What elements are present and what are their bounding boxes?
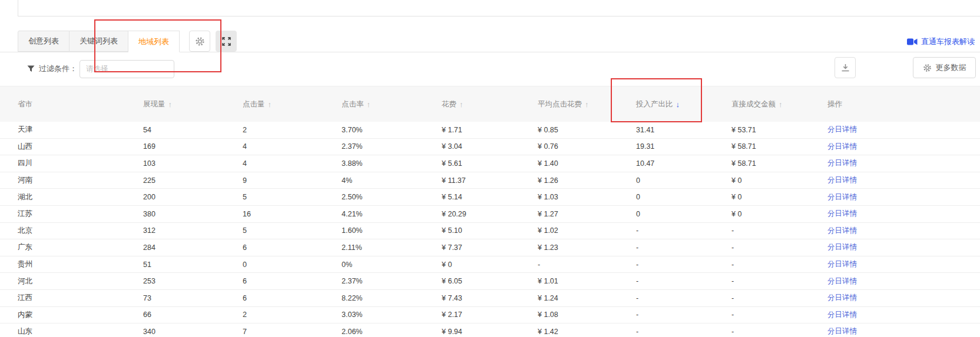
cell-action: 分日详情	[827, 273, 980, 289]
sort-up-icon: ↑	[268, 100, 272, 109]
col-header-ctr[interactable]: 点击率↑	[342, 86, 442, 122]
cell-cost: ¥ 0	[442, 256, 538, 273]
col-header-roi[interactable]: 投入产出比↓	[636, 86, 731, 122]
daily-detail-link[interactable]: 分日详情	[827, 276, 857, 286]
cell-impressions: 284	[143, 239, 243, 256]
table-row: 河南22594%¥ 11.37¥ 1.260¥ 0分日详情	[0, 172, 980, 189]
report-guide-link[interactable]: 直通车报表解读	[907, 36, 975, 47]
daily-detail-link[interactable]: 分日详情	[827, 293, 857, 303]
daily-detail-link[interactable]: 分日详情	[827, 259, 857, 269]
cell-avg_cost: ¥ 0.85	[538, 122, 636, 138]
cell-avg_cost: ¥ 0.76	[538, 139, 636, 155]
filter-select-input[interactable]	[80, 60, 174, 78]
cell-province: 四川	[18, 155, 143, 172]
download-button[interactable]	[835, 57, 856, 78]
cell-direct_amount: ¥ 53.71	[731, 122, 827, 138]
cell-avg_cost: ¥ 1.42	[538, 323, 636, 337]
daily-detail-link[interactable]: 分日详情	[827, 175, 857, 185]
cell-cost: ¥ 2.17	[442, 307, 538, 323]
cell-cost: ¥ 20.29	[442, 206, 538, 222]
cell-roi: -	[636, 323, 731, 337]
cell-direct_amount: -	[731, 239, 827, 256]
cell-impressions: 200	[143, 189, 243, 205]
col-header-clicks[interactable]: 点击量↑	[243, 86, 342, 122]
gear-icon	[923, 64, 932, 72]
video-camera-icon	[907, 38, 918, 45]
tab-item[interactable]: 创意列表	[18, 31, 69, 52]
cell-avg_cost: ¥ 1.23	[538, 239, 636, 256]
col-header-action: 操作	[827, 86, 980, 122]
daily-detail-link[interactable]: 分日详情	[827, 242, 857, 252]
cell-action: 分日详情	[827, 256, 980, 273]
tab-item[interactable]: 关键词列表	[69, 31, 128, 52]
cell-direct_amount: -	[731, 273, 827, 289]
cell-cost: ¥ 3.04	[442, 139, 538, 155]
daily-detail-link[interactable]: 分日详情	[827, 142, 857, 152]
daily-detail-link[interactable]: 分日详情	[827, 226, 857, 236]
cell-action: 分日详情	[827, 139, 980, 155]
daily-detail-link[interactable]: 分日详情	[827, 158, 857, 168]
cell-ctr: 3.03%	[342, 307, 442, 323]
report-screen: 创意列表关键词列表地域列表 直通车报表解读	[0, 0, 980, 337]
col-label: 点击率	[342, 99, 364, 109]
daily-detail-link[interactable]: 分日详情	[827, 209, 857, 219]
cell-province: 河南	[18, 172, 143, 189]
col-header-impressions[interactable]: 展现量↑	[143, 86, 243, 122]
cell-action: 分日详情	[827, 155, 980, 172]
cell-clicks: 6	[243, 290, 342, 306]
cell-avg_cost: ¥ 1.26	[538, 172, 636, 189]
cell-action: 分日详情	[827, 290, 980, 306]
col-header-avg_cost[interactable]: 平均点击花费↑	[538, 86, 636, 122]
sort-down-icon: ↓	[676, 100, 680, 109]
more-data-button[interactable]: 更多数据	[913, 57, 976, 78]
daily-detail-link[interactable]: 分日详情	[827, 125, 857, 135]
table-row: 山西16942.37%¥ 3.04¥ 0.7619.31¥ 58.71分日详情	[0, 139, 980, 156]
expand-icon	[222, 37, 231, 46]
cell-avg_cost: ¥ 1.27	[538, 206, 636, 222]
col-header-direct_amount[interactable]: 直接成交金额↑	[731, 86, 827, 122]
daily-detail-link[interactable]: 分日详情	[827, 192, 857, 202]
col-label: 展现量	[143, 99, 165, 109]
col-label: 省市	[18, 99, 32, 109]
table-settings-button[interactable]	[189, 31, 210, 52]
cell-ctr: 2.06%	[342, 323, 442, 337]
cell-avg_cost: ¥ 1.24	[538, 290, 636, 306]
cell-roi: 0	[636, 206, 731, 222]
sort-up-icon: ↑	[779, 100, 783, 109]
col-header-province: 省市	[18, 86, 143, 122]
fullscreen-button[interactable]	[216, 31, 237, 52]
cell-province: 内蒙	[18, 307, 143, 323]
download-icon	[841, 64, 850, 72]
col-header-cost[interactable]: 花费↑	[442, 86, 538, 122]
cell-impressions: 225	[143, 172, 243, 189]
daily-detail-link[interactable]: 分日详情	[827, 310, 857, 320]
table-row: 四川10343.88%¥ 5.61¥ 1.4010.47¥ 58.71分日详情	[0, 155, 980, 172]
cell-action: 分日详情	[827, 239, 980, 256]
cell-clicks: 7	[243, 323, 342, 337]
cell-impressions: 66	[143, 307, 243, 323]
col-label: 操作	[827, 99, 842, 109]
daily-detail-link[interactable]: 分日详情	[827, 326, 857, 336]
cell-impressions: 103	[143, 155, 243, 172]
cell-impressions: 253	[143, 273, 243, 289]
tab-active[interactable]: 地域列表	[128, 31, 180, 52]
cell-avg_cost: ¥ 1.03	[538, 189, 636, 205]
cell-province: 北京	[18, 223, 143, 239]
table-row: 天津5423.70%¥ 1.71¥ 0.8531.41¥ 53.71分日详情	[0, 122, 980, 139]
col-label: 直接成交金额	[731, 99, 776, 109]
cell-roi: -	[636, 223, 731, 239]
cell-action: 分日详情	[827, 189, 980, 205]
cell-province: 天津	[18, 122, 143, 138]
filter-bar: 过滤条件：	[27, 52, 174, 86]
funnel-icon	[27, 65, 35, 72]
cell-action: 分日详情	[827, 223, 980, 239]
col-label: 点击量	[243, 99, 265, 109]
cell-ctr: 1.60%	[342, 223, 442, 239]
cell-direct_amount: ¥ 0	[731, 172, 827, 189]
tabs: 创意列表关键词列表地域列表	[18, 31, 180, 52]
cell-clicks: 4	[243, 139, 342, 155]
cell-clicks: 5	[243, 223, 342, 239]
col-label: 投入产出比	[636, 99, 673, 109]
cell-ctr: 4%	[342, 172, 442, 189]
cell-action: 分日详情	[827, 172, 980, 189]
